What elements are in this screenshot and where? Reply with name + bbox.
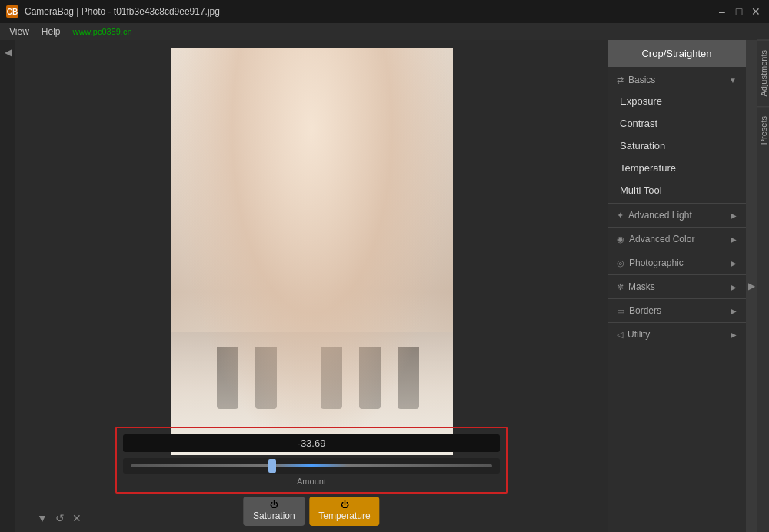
- watermark-text: www.pc0359.cn: [66, 25, 138, 38]
- adjustments-tab[interactable]: Adjustments: [757, 40, 769, 106]
- saturation-label: Saturation: [253, 510, 295, 521]
- divider-2: [608, 227, 746, 228]
- menu-temperature[interactable]: Temperature: [608, 157, 746, 179]
- utility-icon: ◁: [617, 330, 623, 340]
- advanced-light-label: Advanced Light: [628, 210, 692, 221]
- person-overlay: [171, 48, 453, 455]
- utility-label: Utility: [628, 329, 650, 340]
- slider-value: -33.69: [123, 434, 500, 452]
- slider-track-container: [123, 458, 500, 474]
- crop-straighten-button[interactable]: Crop/Straighten: [608, 40, 746, 67]
- basics-arrow: ▼: [729, 76, 737, 85]
- app-icon: CB: [6, 5, 18, 18]
- panel-collapse-arrow[interactable]: ▶: [746, 40, 757, 532]
- slider-track[interactable]: [131, 464, 492, 467]
- close-button[interactable]: ✕: [749, 5, 763, 18]
- right-panel: Crop/Straighten ⇄ Basics ▼ Exposure Cont…: [608, 40, 746, 532]
- masks-header[interactable]: ✼ Masks ▶: [608, 277, 746, 297]
- slider-thumb[interactable]: [268, 459, 276, 473]
- menu-contrast[interactable]: Contrast: [608, 112, 746, 135]
- advanced-light-header[interactable]: ✦ Advanced Light ▶: [608, 205, 746, 225]
- photographic-arrow: ▶: [731, 259, 737, 268]
- menu-exposure[interactable]: Exposure: [608, 90, 746, 112]
- adjustments-content: ⇄ Basics ▼ Exposure Contrast Saturation …: [608, 67, 746, 532]
- borders-header[interactable]: ▭ Borders ▶: [608, 301, 746, 321]
- titlebar: CB CameraBag | Photo - t01fb3e43c8cd9ee9…: [0, 0, 769, 23]
- advanced-color-icon: ◉: [617, 234, 624, 244]
- saturation-button[interactable]: ⏻ Saturation: [243, 497, 305, 526]
- divider-5: [608, 298, 746, 299]
- borders-icon: ▭: [617, 306, 624, 316]
- back-icon[interactable]: ▼: [37, 512, 48, 524]
- advanced-color-header[interactable]: ◉ Advanced Color ▶: [608, 229, 746, 249]
- reset-icon[interactable]: ↺: [55, 512, 65, 524]
- photo-background: FANCIES / 2012: [171, 48, 453, 455]
- canvas-area: FANCIES / 2012 -33.69: [15, 40, 608, 532]
- borders-arrow: ▶: [731, 307, 737, 315]
- advanced-color-label: Advanced Color: [629, 234, 694, 244]
- divider-3: [608, 251, 746, 251]
- minimize-button[interactable]: –: [715, 5, 729, 18]
- basics-section-header[interactable]: ⇄ Basics ▼: [608, 70, 746, 90]
- tool-back[interactable]: ◀: [2, 46, 14, 58]
- slider-label: Amount: [123, 477, 500, 486]
- photographic-label: Photographic: [629, 258, 684, 268]
- left-sidebar: ◀: [0, 40, 15, 532]
- advanced-light-arrow: ▶: [731, 211, 737, 220]
- photo-canvas: FANCIES / 2012: [171, 48, 453, 455]
- borders-label: Borders: [629, 305, 661, 316]
- masks-arrow: ▶: [731, 283, 737, 291]
- masks-label: Masks: [628, 281, 655, 292]
- menu-multi-tool[interactable]: Multi Tool: [608, 179, 746, 201]
- menu-help[interactable]: Help: [35, 25, 67, 38]
- presets-tab[interactable]: Presets: [757, 106, 769, 154]
- divider-6: [608, 322, 746, 323]
- window-title: CameraBag | Photo - t01fb3e43c8cd9ee917.…: [25, 6, 763, 17]
- delete-icon[interactable]: ✕: [72, 512, 82, 524]
- masks-icon: ✼: [617, 282, 624, 292]
- temperature-button[interactable]: ⏻ Temperature: [309, 497, 379, 526]
- divider-1: [608, 203, 746, 204]
- menu-view[interactable]: View: [3, 25, 35, 38]
- utility-arrow: ▶: [731, 331, 737, 339]
- divider-4: [608, 274, 746, 275]
- slider-box: -33.69 Amount: [115, 427, 508, 494]
- advanced-color-arrow: ▶: [731, 235, 737, 244]
- basics-icon: ⇄: [617, 75, 624, 85]
- basics-label: Basics: [628, 75, 655, 85]
- temperature-label: Temperature: [318, 510, 370, 521]
- advanced-light-icon: ✦: [617, 211, 624, 221]
- menu-saturation[interactable]: Saturation: [608, 135, 746, 157]
- photographic-header[interactable]: ◎ Photographic ▶: [608, 253, 746, 273]
- slider-overlay: -33.69 Amount: [115, 427, 508, 494]
- saturation-icon: ⏻: [270, 500, 278, 509]
- window-controls: – □ ✕: [715, 5, 763, 18]
- utility-header[interactable]: ◁ Utility ▶: [608, 324, 746, 344]
- bottom-left-icons: ▼ ↺ ✕: [37, 512, 82, 524]
- right-tabs: Adjustments Presets: [757, 40, 769, 532]
- main-layout: ◀ FANCIES / 2012 -33.69: [0, 40, 769, 532]
- right-section: Crop/Straighten ⇄ Basics ▼ Exposure Cont…: [608, 40, 769, 532]
- maximize-button[interactable]: □: [732, 5, 746, 18]
- temperature-icon: ⏻: [341, 500, 349, 509]
- photographic-icon: ◎: [617, 258, 624, 268]
- bottom-toolbar: ⏻ Saturation ⏻ Temperature: [243, 497, 379, 526]
- menubar: View Help www.pc0359.cn: [0, 23, 769, 40]
